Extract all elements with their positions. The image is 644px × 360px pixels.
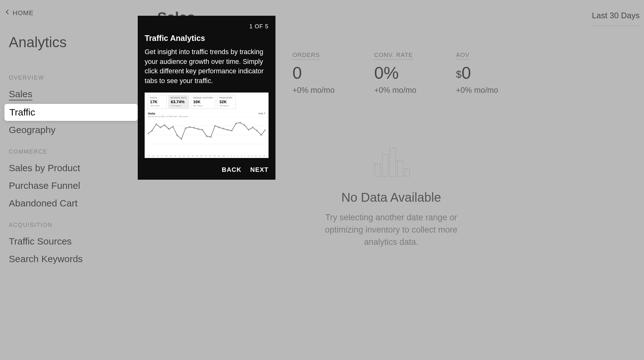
chart-tab-bounce-rate[interactable]: BOUNCE RATE 63.74% +7% mo/mo <box>169 95 189 109</box>
tab-value: 63.74% <box>171 99 187 104</box>
sidebar-item-traffic[interactable]: Traffic <box>4 104 138 121</box>
tab-value: 16K <box>193 99 213 104</box>
chart-plot <box>148 117 265 153</box>
next-button[interactable]: NEXT <box>250 166 269 173</box>
svg-point-31 <box>236 123 236 124</box>
svg-point-20 <box>189 127 190 128</box>
tab-sub: -2% mo/mo <box>150 105 164 107</box>
tab-sub: -9% mo/mo <box>219 105 234 107</box>
chart-tabs: VISITS 17K -2% mo/mo BOUNCE RATE 63.74% … <box>148 95 265 109</box>
svg-point-12 <box>156 124 157 125</box>
tab-label: VISITS <box>150 97 164 99</box>
back-button[interactable]: BACK <box>222 166 242 173</box>
svg-point-25 <box>210 137 211 138</box>
svg-point-18 <box>181 138 182 140</box>
chart-granularity-dropdown[interactable]: Daily ▾ <box>258 112 265 115</box>
modal-chart-preview: VISITS 17K -2% mo/mo BOUNCE RATE 63.74% … <box>145 93 269 158</box>
modal-step-indicator: 1 OF 5 <box>145 23 269 30</box>
modal-actions: BACK NEXT <box>145 166 269 173</box>
onboarding-modal: 1 OF 5 Traffic Analytics Get insight int… <box>138 16 275 180</box>
svg-point-35 <box>252 127 253 128</box>
svg-point-16 <box>173 126 174 127</box>
svg-point-14 <box>164 125 165 126</box>
modal-title: Traffic Analytics <box>145 34 269 43</box>
svg-point-28 <box>223 128 224 129</box>
svg-point-17 <box>177 135 178 136</box>
svg-point-15 <box>168 128 169 130</box>
tab-value: 17K <box>150 99 164 104</box>
svg-point-27 <box>219 127 219 128</box>
tab-sub: +7% mo/mo <box>171 105 187 107</box>
svg-point-33 <box>244 125 245 126</box>
tab-value: 32K <box>219 99 234 104</box>
svg-point-32 <box>240 122 241 123</box>
dropdown-label: Daily <box>258 112 263 115</box>
chart-tab-unique-visitors[interactable]: UNIQUE VISITORS 16K -8% mo/mo <box>191 95 215 109</box>
chart-tab-pageviews[interactable]: PAGEVIEWS 32K -9% mo/mo <box>217 95 236 109</box>
chart-title: Visits <box>148 112 265 115</box>
svg-point-36 <box>257 130 258 131</box>
svg-point-24 <box>206 136 207 137</box>
modal-scrim[interactable] <box>0 0 644 360</box>
chevron-down-icon: ▾ <box>264 112 265 115</box>
svg-point-21 <box>193 127 194 128</box>
svg-point-11 <box>152 130 153 131</box>
svg-point-38 <box>265 129 265 131</box>
chart-x-axis: 1415161718192021222324252627282930Jul234… <box>148 155 265 157</box>
svg-point-13 <box>160 127 161 128</box>
chart-tab-visits[interactable]: VISITS 17K -2% mo/mo <box>148 95 167 109</box>
tab-label: BOUNCE RATE <box>171 97 187 99</box>
svg-point-34 <box>248 129 249 131</box>
svg-point-19 <box>185 128 186 129</box>
svg-point-30 <box>231 130 232 131</box>
tab-label: PAGEVIEWS <box>219 97 234 99</box>
svg-point-10 <box>148 133 148 134</box>
tab-sub: -8% mo/mo <box>193 105 213 107</box>
svg-point-37 <box>261 134 262 136</box>
svg-point-26 <box>214 125 215 127</box>
svg-point-29 <box>227 129 228 131</box>
svg-point-22 <box>198 128 199 130</box>
svg-point-23 <box>202 129 203 131</box>
modal-body: Get insight into traffic trends by track… <box>145 47 269 86</box>
tab-label: UNIQUE VISITORS <box>193 97 213 99</box>
